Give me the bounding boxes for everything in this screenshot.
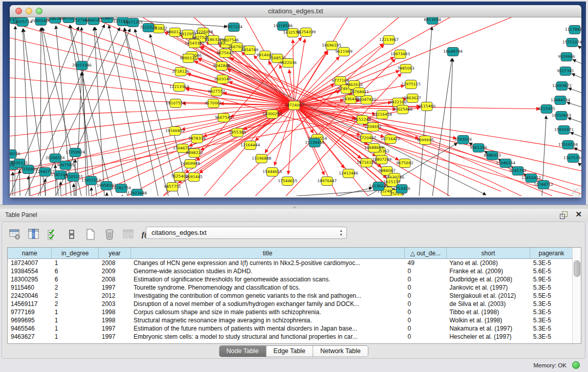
network-window-titlebar[interactable]: citations_edges.txt bbox=[10, 5, 581, 17]
graph-node[interactable]: 7857224 bbox=[225, 23, 243, 32]
graph-edge[interactable] bbox=[28, 176, 29, 196]
graph-node[interactable]: 16210643 bbox=[552, 112, 571, 120]
graph-node[interactable]: 12093872 bbox=[552, 82, 572, 91]
graph-edge[interactable] bbox=[568, 118, 581, 122]
graph-node-selected[interactable]: 5878338 bbox=[188, 135, 206, 143]
graph-edge[interactable] bbox=[15, 26, 15, 196]
delete-column-icon[interactable] bbox=[103, 228, 116, 241]
graph-node-selected[interactable]: 9890121 bbox=[180, 54, 197, 63]
graph-node[interactable]: 11675334 bbox=[563, 154, 581, 163]
table-row[interactable]: 977716911998Corpus callosum shape and si… bbox=[8, 308, 573, 316]
graph-edge-selected[interactable] bbox=[294, 17, 511, 105]
graph-node-selected[interactable]: 1691445 bbox=[185, 173, 203, 182]
column-header-pagerank[interactable]: pagerank bbox=[530, 248, 573, 259]
graph-edge[interactable] bbox=[432, 58, 452, 196]
graph-node[interactable]: 20053346 bbox=[72, 61, 92, 70]
graph-node-selected[interactable]: 8454749 bbox=[241, 46, 258, 55]
graph-node-selected[interactable]: 12975115 bbox=[401, 80, 421, 89]
graph-edge[interactable] bbox=[573, 59, 581, 63]
zoom-traffic-light-icon[interactable] bbox=[36, 8, 42, 14]
graph-node[interactable]: 16648784 bbox=[443, 48, 463, 56]
graph-node-selected[interactable]: 12164444 bbox=[241, 141, 260, 150]
network-window[interactable]: citations_edges.txt 18724007766382298601… bbox=[10, 5, 581, 198]
graph-edge[interactable] bbox=[19, 170, 20, 196]
graph-edge[interactable] bbox=[81, 27, 86, 196]
import-table-icon[interactable] bbox=[122, 228, 135, 241]
graph-node-selected[interactable]: 13216458 bbox=[373, 111, 392, 119]
graph-edge[interactable] bbox=[91, 187, 92, 196]
column-header-title[interactable]: title bbox=[130, 248, 404, 259]
memory-status-indicator-icon[interactable] bbox=[572, 361, 580, 369]
graph-node[interactable]: 17359924 bbox=[66, 148, 85, 157]
table-row[interactable]: 969969511998Structural magnetic resonanc… bbox=[8, 316, 573, 324]
graph-node-selected[interactable]: 9115460 bbox=[418, 102, 435, 111]
table-options-icon[interactable] bbox=[8, 228, 21, 241]
graph-node-selected[interactable]: 18976447 bbox=[317, 177, 337, 186]
network-graph[interactable]: 1872400776638229860123891295415226058982… bbox=[10, 17, 581, 196]
tab-node-table[interactable]: Node Table bbox=[219, 346, 266, 357]
graph-edge[interactable] bbox=[448, 58, 453, 196]
scrollbar-thumb[interactable] bbox=[574, 260, 580, 277]
table-row[interactable]: 946554611997Estimation of the future num… bbox=[8, 324, 573, 333]
graph-node[interactable]: 17016534 bbox=[558, 141, 578, 149]
graph-node[interactable]: 15932971 bbox=[554, 126, 574, 135]
table-row[interactable]: 1938455462009Genome-wide association stu… bbox=[8, 267, 573, 275]
graph-node-selected[interactable]: 2204692 bbox=[364, 123, 382, 132]
graph-node[interactable]: 15046264 bbox=[496, 159, 515, 168]
window-resize-grip[interactable] bbox=[572, 188, 580, 196]
graph-node-selected[interactable]: 12412446 bbox=[339, 169, 358, 178]
graph-node[interactable]: 12444134 bbox=[551, 96, 570, 105]
network-table-select[interactable]: citations_edges.txt ▲▼ bbox=[146, 227, 347, 239]
graph-node-selected[interactable]: 15444655 bbox=[263, 168, 282, 177]
show-columns-icon[interactable] bbox=[27, 228, 40, 241]
graph-node[interactable]: 11178420 bbox=[565, 26, 581, 34]
graph-edge[interactable] bbox=[567, 102, 581, 107]
table-row[interactable]: 2242004622012Investigating the contribut… bbox=[8, 292, 573, 300]
graph-node-selected[interactable]: 9822036 bbox=[279, 59, 297, 68]
graph-node[interactable]: 8813054 bbox=[424, 17, 441, 25]
close-panel-icon[interactable]: ✕ bbox=[575, 210, 582, 219]
column-header-short[interactable]: short bbox=[446, 248, 530, 259]
new-column-icon[interactable] bbox=[84, 228, 97, 241]
graph-node-selected[interactable]: 18300295 bbox=[263, 110, 282, 119]
graph-node-selected[interactable]: 19166852 bbox=[165, 127, 185, 136]
graph-edge[interactable] bbox=[74, 184, 74, 196]
tab-network-table[interactable]: Network Table bbox=[313, 346, 368, 357]
graph-edge[interactable] bbox=[568, 88, 581, 93]
column-header-year[interactable]: year bbox=[99, 248, 130, 259]
graph-node[interactable]: 9361296 bbox=[470, 144, 487, 152]
graph-node-selected[interactable]: 12213363 bbox=[169, 83, 189, 92]
graph-node-selected[interactable]: 9170061 bbox=[205, 99, 222, 108]
graph-edge-selected[interactable] bbox=[10, 105, 294, 136]
table-row[interactable]: 1830029562008Estimation of significance … bbox=[8, 275, 573, 283]
graph-edge[interactable] bbox=[578, 163, 581, 166]
graph-node-selected[interactable]: 10025488 bbox=[393, 105, 412, 114]
graph-node-selected[interactable]: 10716422 bbox=[381, 135, 400, 144]
graph-edge[interactable] bbox=[94, 27, 104, 196]
tab-edge-table[interactable]: Edge Table bbox=[266, 346, 313, 357]
graph-node[interactable]: 8215955 bbox=[538, 105, 555, 114]
graph-node[interactable]: 15134451 bbox=[305, 139, 324, 147]
float-panel-icon[interactable] bbox=[560, 211, 568, 219]
graph-node-selected[interactable]: 9675645 bbox=[216, 49, 234, 58]
graph-edge-selected[interactable] bbox=[294, 105, 581, 171]
graph-node-selected[interactable]: 17544655 bbox=[278, 177, 297, 186]
table-row[interactable]: 1456911722003Disruption of a novel membe… bbox=[8, 300, 573, 308]
graph-node[interactable]: 25206556 bbox=[10, 150, 20, 159]
table-header-row[interactable]: namein_degreeyeartitle△ out_de...shortpa… bbox=[8, 248, 573, 259]
graph-edge-selected[interactable] bbox=[294, 105, 542, 181]
graph-edge[interactable] bbox=[578, 46, 581, 48]
close-traffic-light-icon[interactable] bbox=[15, 8, 22, 14]
graph-node[interactable]: 9097585 bbox=[57, 161, 74, 170]
graph-node-selected[interactable]: 9667546 bbox=[215, 114, 232, 122]
minimize-traffic-light-icon[interactable] bbox=[26, 8, 32, 14]
node-table[interactable]: namein_degreeyeartitle△ out_de...shortpa… bbox=[8, 248, 573, 341]
graph-edge-selected[interactable] bbox=[10, 99, 406, 171]
graph-edge-selected[interactable] bbox=[294, 105, 456, 138]
graph-node-selected[interactable]: 13196888 bbox=[252, 155, 271, 163]
column-header-out_degree[interactable]: △ out_de... bbox=[404, 248, 446, 259]
table-row[interactable]: 1872400712008Changes of HCN gene express… bbox=[8, 259, 573, 268]
graph-edge[interactable] bbox=[109, 25, 143, 196]
graph-node-selected[interactable]: 7485063 bbox=[397, 64, 415, 73]
graph-node[interactable]: 14055714 bbox=[13, 18, 32, 27]
